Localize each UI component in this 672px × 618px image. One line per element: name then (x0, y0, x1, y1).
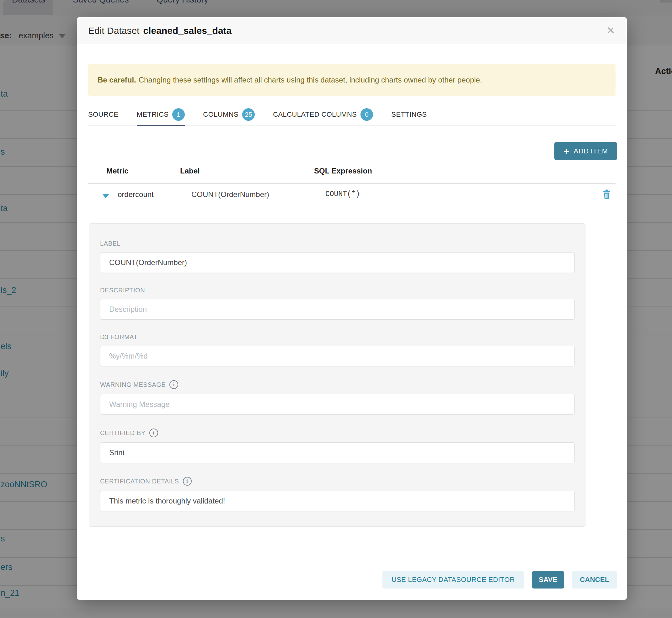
warning-message-heading-text: WARNING MESSAGE (100, 381, 166, 388)
certification-details-input[interactable] (100, 491, 575, 511)
tab-columns-label: COLUMNS (203, 110, 238, 119)
add-item-button[interactable]: + ADD ITEM (554, 142, 617, 160)
metric-name[interactable]: ordercount (118, 190, 154, 199)
warning-banner: Be careful. Changing these settings will… (88, 64, 615, 96)
close-icon[interactable]: ✕ (606, 25, 615, 35)
calculated-columns-count-badge: 0 (361, 108, 373, 121)
description-field-heading: DESCRIPTION (100, 287, 575, 294)
d3-format-field-heading: D3 FORMAT (100, 333, 575, 341)
save-button[interactable]: SAVE (532, 571, 564, 589)
tab-source[interactable]: SOURCE (88, 104, 119, 125)
add-item-label: ADD ITEM (573, 147, 608, 155)
modal-title-prefix: Edit Dataset (88, 25, 139, 36)
tab-settings[interactable]: SETTINGS (391, 104, 427, 125)
certified-by-input[interactable] (100, 442, 575, 463)
warning-banner-text: Changing these settings will affect all … (139, 76, 482, 84)
label-field-heading: LABEL (100, 240, 575, 247)
cancel-button[interactable]: CANCEL (572, 571, 617, 589)
column-header-label: Label (180, 167, 200, 175)
d3-format-input[interactable] (100, 346, 575, 367)
info-icon[interactable]: i (169, 380, 178, 389)
tab-columns[interactable]: COLUMNS 25 (203, 104, 255, 125)
warning-message-input[interactable] (100, 394, 575, 415)
warning-message-field-heading: WARNING MESSAGE i (100, 380, 575, 389)
label-input[interactable] (100, 252, 575, 273)
plus-icon: + (563, 146, 569, 156)
tab-metrics[interactable]: METRICS 1 (137, 104, 185, 125)
modal-title: Edit Dataset cleaned_sales_data (88, 17, 231, 44)
tab-calculated-columns-label: CALCULATED COLUMNS (273, 110, 357, 119)
modal-title-dataset-name: cleaned_sales_data (143, 25, 231, 36)
info-icon[interactable]: i (149, 428, 158, 437)
metric-detail-panel: LABEL DESCRIPTION D3 FORMAT WARNING MESS… (89, 223, 586, 527)
certification-details-field-heading: CERTIFICATION DETAILS i (100, 477, 575, 486)
modal-header: Edit Dataset cleaned_sales_data ✕ (77, 17, 627, 44)
columns-count-badge: 25 (242, 108, 255, 121)
info-icon[interactable]: i (183, 477, 192, 486)
column-header-metric: Metric (106, 167, 129, 175)
tab-calculated-columns[interactable]: CALCULATED COLUMNS 0 (273, 104, 373, 125)
tab-settings-label: SETTINGS (391, 110, 427, 119)
metric-label[interactable]: COUNT(OrderNumber) (191, 190, 269, 199)
metric-row: ordercount COUNT(OrderNumber) COUNT(*) (88, 184, 615, 221)
certified-by-heading-text: CERTIFIED BY (100, 429, 146, 437)
column-header-sql-expression: SQL Expression (314, 167, 372, 175)
warning-banner-bold: Be careful. (98, 76, 136, 84)
certification-details-heading-text: CERTIFICATION DETAILS (100, 478, 179, 485)
screen: Datasets Saved Queries Query History se:… (0, 0, 672, 618)
use-legacy-datasource-editor-button[interactable]: USE LEGACY DATASOURCE EDITOR (382, 571, 524, 589)
label-heading-text: LABEL (100, 240, 120, 247)
edit-dataset-modal: Edit Dataset cleaned_sales_data ✕ Be car… (77, 17, 627, 600)
metrics-count-badge: 1 (172, 108, 185, 121)
collapse-caret-icon[interactable] (102, 194, 109, 198)
description-input[interactable] (100, 299, 575, 320)
modal-tabs: SOURCE METRICS 1 COLUMNS 25 CALCULATED C… (88, 104, 615, 126)
trash-icon[interactable] (602, 190, 611, 201)
d3-format-heading-text: D3 FORMAT (100, 333, 137, 341)
certified-by-field-heading: CERTIFIED BY i (100, 428, 575, 437)
metric-sql-expression[interactable]: COUNT(*) (325, 190, 360, 198)
tab-source-label: SOURCE (88, 110, 119, 119)
tab-metrics-label: METRICS (137, 110, 169, 119)
description-heading-text: DESCRIPTION (100, 287, 145, 294)
